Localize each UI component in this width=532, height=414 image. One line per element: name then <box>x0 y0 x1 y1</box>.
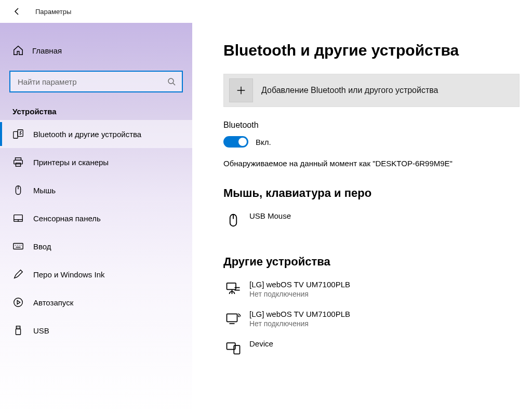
sidebar-item-label: Ввод <box>33 242 51 251</box>
sidebar-home[interactable]: Главная <box>0 39 192 61</box>
svg-point-13 <box>15 245 16 245</box>
usb-icon <box>12 325 24 336</box>
sidebar-item-label: Сенсорная панель <box>33 214 101 223</box>
display-wireless-icon <box>225 311 241 326</box>
svg-rect-21 <box>16 329 20 335</box>
arrow-left-icon <box>13 7 21 16</box>
sidebar-item-touchpad[interactable]: Сенсорная панель <box>0 204 192 232</box>
titlebar: Параметры <box>0 0 532 23</box>
add-device-button[interactable]: Добавление Bluetooth или другого устройс… <box>223 74 520 107</box>
device-name: [LG] webOS TV UM7100PLB <box>249 280 350 289</box>
search-box[interactable] <box>9 71 183 92</box>
bluetooth-state: Вкл. <box>256 138 271 146</box>
pen-icon <box>12 269 24 280</box>
device-item-lg-tv-2[interactable]: [LG] webOS TV UM7100PLB Нет подключения <box>223 306 520 331</box>
device-name: USB Mouse <box>249 211 291 220</box>
sidebar-item-label: Принтеры и сканеры <box>33 158 109 167</box>
devices-icon <box>225 340 241 356</box>
sidebar-item-label: Автозапуск <box>33 298 73 307</box>
search-input[interactable] <box>17 77 162 87</box>
back-button[interactable] <box>9 4 25 19</box>
svg-point-16 <box>21 245 21 245</box>
sidebar-item-typing[interactable]: Ввод <box>0 232 192 260</box>
device-item-usb-mouse[interactable]: USB Mouse <box>223 208 520 231</box>
keyboard-icon <box>12 241 24 252</box>
svg-point-0 <box>168 78 174 84</box>
section-mouse-heading: Мышь, клавиатура и перо <box>223 186 520 200</box>
sidebar-item-pen[interactable]: Перо и Windows Ink <box>0 260 192 288</box>
svg-rect-20 <box>16 326 20 329</box>
bluetooth-device-icon <box>12 128 24 140</box>
device-name: Device <box>249 339 273 348</box>
sidebar-item-label: Перо и Windows Ink <box>33 270 105 279</box>
svg-marker-19 <box>17 300 20 304</box>
home-icon <box>12 45 24 56</box>
plus-icon <box>229 78 253 102</box>
sidebar-item-usb[interactable]: USB <box>0 316 192 344</box>
section-other-heading: Другие устройства <box>223 255 520 269</box>
device-status: Нет подключения <box>249 290 350 298</box>
mouse-icon <box>225 212 241 228</box>
svg-point-14 <box>17 245 17 245</box>
sidebar-item-autoplay[interactable]: Автозапуск <box>0 288 192 316</box>
search-icon <box>167 77 176 86</box>
svg-rect-12 <box>14 244 23 249</box>
touchpad-icon <box>12 212 24 224</box>
sidebar-item-bluetooth[interactable]: Bluetooth и другие устройства <box>0 120 192 148</box>
bluetooth-toggle[interactable] <box>223 136 248 148</box>
media-device-icon <box>225 281 241 297</box>
svg-point-18 <box>14 298 23 307</box>
svg-rect-6 <box>16 163 20 166</box>
sidebar-item-mouse[interactable]: Мышь <box>0 176 192 204</box>
page-title: Bluetooth и другие устройства <box>223 42 520 59</box>
device-name: [LG] webOS TV UM7100PLB <box>249 310 350 318</box>
device-item-lg-tv-1[interactable]: [LG] webOS TV UM7100PLB Нет подключения <box>223 277 520 301</box>
sidebar: Главная Устройства Bluetooth и другие ус… <box>0 23 192 414</box>
device-status: Нет подключения <box>249 319 350 328</box>
bluetooth-label: Bluetooth <box>223 121 520 130</box>
svg-rect-5 <box>14 160 23 164</box>
printer-icon <box>12 156 24 168</box>
sidebar-home-label: Главная <box>32 46 62 55</box>
content: Bluetooth и другие устройства Добавление… <box>192 23 532 414</box>
svg-point-15 <box>19 245 19 245</box>
window-title: Параметры <box>35 8 71 16</box>
sidebar-category: Устройства <box>0 98 192 120</box>
sidebar-item-label: Bluetooth и другие устройства <box>33 130 141 139</box>
svg-rect-2 <box>14 131 18 138</box>
svg-rect-28 <box>227 283 236 290</box>
discoverable-text: Обнаруживаемое на данный момент как "DES… <box>223 159 520 168</box>
svg-line-1 <box>173 83 175 85</box>
autoplay-icon <box>12 297 24 308</box>
device-item-generic[interactable]: Device <box>223 336 520 359</box>
add-device-label: Добавление Bluetooth или другого устройс… <box>261 86 438 95</box>
sidebar-item-label: USB <box>33 326 49 335</box>
sidebar-item-printers[interactable]: Принтеры и сканеры <box>0 148 192 176</box>
svg-rect-29 <box>227 314 237 322</box>
mouse-icon <box>12 184 24 196</box>
sidebar-item-label: Мышь <box>33 186 56 195</box>
sidebar-nav: Bluetooth и другие устройства Принтеры и… <box>0 120 192 344</box>
